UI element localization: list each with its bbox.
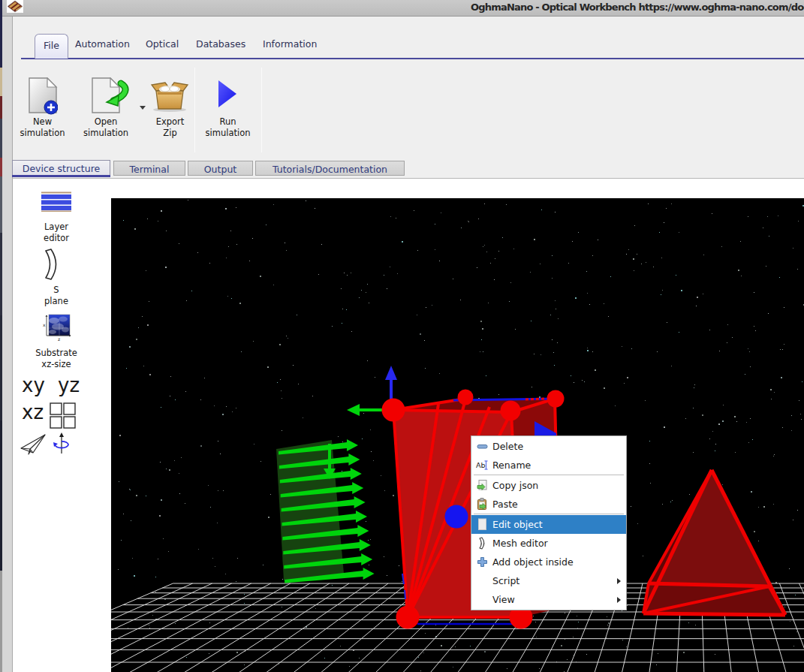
view-tab-terminal[interactable]: Terminal [113,161,185,176]
green-down-arrow-shaft [328,444,331,469]
menu-item-view[interactable]: View [471,590,626,609]
vertex-sphere-d [547,390,565,408]
substrate-thumbnail-icon[interactable]: x z [42,313,72,342]
substrate-label[interactable]: Substrate xz-size [11,348,101,370]
view-tab-output[interactable]: Output [188,161,253,176]
export-zip-button[interactable]: Export Zip [147,70,193,145]
export-zip-label: Export Zip [147,116,193,139]
window-left-border [2,17,13,672]
view-xz-button[interactable]: xz [22,401,44,423]
toolbar-separator [261,68,262,152]
context-menu: Delete Ab Rename Copy json Paste [471,435,627,610]
document-icon [476,518,489,531]
svg-text:Ab: Ab [476,461,486,469]
blue-control-sphere [445,505,468,529]
view-tab-device-structure[interactable]: Device structure [12,160,110,176]
new-simulation-button[interactable]: New simulation [14,70,71,145]
view-xy-button[interactable]: xy [22,374,45,396]
open-document-icon [91,77,130,115]
rotate-axis-icon[interactable] [52,432,71,454]
s-plane-label[interactable]: S plane [11,285,101,307]
minus-icon [476,440,489,453]
grid-2x2-icon[interactable] [50,402,76,429]
application-window: OghmaNano - Optical Workbench https://ww… [0,0,804,672]
vertex-sphere-c [501,401,521,421]
paste-icon [476,498,489,511]
view-tab-underline [12,175,110,177]
viewport-3d[interactable] [111,198,804,672]
run-simulation-label: Run simulation [197,116,259,139]
view-tab-tutorials[interactable]: Tutorials/Documentation [255,161,405,176]
vertex-sphere-e [396,606,420,629]
svg-text:z: z [58,336,60,342]
app-icon [7,0,23,13]
run-simulation-button[interactable]: Run simulation [197,70,259,145]
ribbon-tab-automation[interactable]: Automation [75,38,130,50]
vertex-sphere-a [382,399,405,422]
submenu-arrow-icon [617,597,621,603]
s-plane-icon[interactable] [45,249,62,280]
new-simulation-label: New simulation [14,116,71,139]
layer-editor-icon[interactable] [41,191,72,212]
open-simulation-label: Open simulation [74,116,137,139]
toolbar-separator [194,68,195,152]
open-simulation-button[interactable]: Open simulation [74,70,137,145]
ribbon-tab-information[interactable]: Information [263,38,317,50]
menu-item-edit-object[interactable]: Edit object [471,515,626,534]
pyr-edge-bottom [643,613,785,615]
submenu-arrow-icon [617,578,621,584]
layer-editor-label[interactable]: Layer editor [11,221,101,244]
menu-item-copy-json[interactable]: Copy json [471,476,626,495]
box-select-left-blue-2 [405,590,405,599]
svg-text:x: x [43,322,46,327]
open-dropdown-caret[interactable] [140,106,146,110]
mesh-icon [476,537,489,550]
menu-item-paste[interactable]: Paste [471,495,626,514]
play-triangle-icon [218,80,237,108]
view-yz-button[interactable]: yz [58,374,80,396]
package-box-icon [150,82,189,112]
ribbon-tab-databases[interactable]: Databases [196,38,245,50]
titlebar: OghmaNano - Optical Workbench https://ww… [2,0,804,17]
ribbon-underline [21,58,804,59]
sidebar: Layer editor S plane x z Subs [13,179,111,672]
paper-plane-icon[interactable] [20,432,47,455]
rename-icon: Ab [476,459,489,472]
menu-item-delete[interactable]: Delete [471,437,626,456]
menu-item-script[interactable]: Script [471,571,626,590]
window-title: OghmaNano - Optical Workbench https://ww… [471,2,804,13]
vertex-sphere-b [458,390,474,405]
copy-icon [476,479,489,492]
menu-item-mesh-editor[interactable]: Mesh editor [471,534,626,553]
ribbon-tab-file[interactable]: File [35,34,68,59]
ribbon-tab-optical[interactable]: Optical [146,38,179,50]
plus-icon [476,556,489,568]
new-document-icon [28,77,58,115]
menu-item-rename[interactable]: Ab Rename [471,456,626,475]
menu-item-add-object-inside[interactable]: Add object inside [471,553,626,571]
